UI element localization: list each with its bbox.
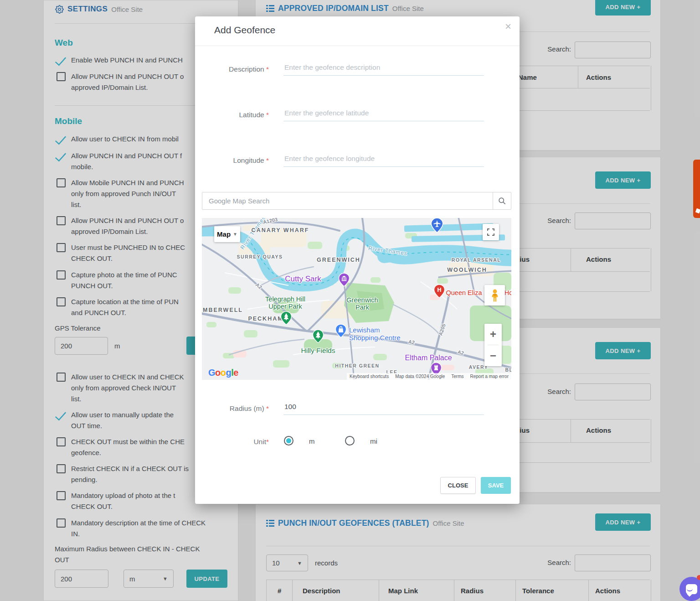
svg-text:H: H xyxy=(437,287,441,293)
map-label-district: CANARY WHARF xyxy=(252,227,309,233)
unit-radio-mi[interactable] xyxy=(345,436,355,446)
latitude-label: Latitude * xyxy=(195,111,269,119)
park-marker-icon[interactable] xyxy=(313,330,324,343)
latitude-field[interactable] xyxy=(283,109,484,121)
map-type-label: Map xyxy=(217,230,231,238)
required-asterisk: * xyxy=(266,156,269,164)
map-type-control[interactable]: Map ▼ xyxy=(214,226,240,242)
map-attribution: Keyboard shortcuts Map data ©2024 Google… xyxy=(347,373,511,380)
unit-option-m-label: m xyxy=(309,437,315,445)
longitude-field[interactable] xyxy=(283,155,484,167)
map-label-road: A2 xyxy=(408,339,415,346)
report-map-error-link[interactable]: Report a map error xyxy=(470,374,509,379)
map-label-district: GREENWICH xyxy=(317,257,360,263)
description-field[interactable] xyxy=(283,63,484,76)
google-logo: Google xyxy=(208,368,238,378)
park-marker-icon[interactable] xyxy=(281,311,292,325)
close-button[interactable]: CLOSE xyxy=(440,477,476,494)
pegman-control[interactable] xyxy=(484,285,505,306)
map-label-park[interactable]: Hilly Fields xyxy=(301,347,335,355)
add-geofence-modal: Add Geofence × Description * Latitude * … xyxy=(195,16,520,504)
terms-link[interactable]: Terms xyxy=(451,374,463,379)
museum-marker-icon[interactable] xyxy=(339,273,350,286)
map-label-poi[interactable]: Ho xyxy=(504,289,511,296)
keyboard-shortcuts-link[interactable]: Keyboard shortcuts xyxy=(350,374,389,379)
required-asterisk: * xyxy=(266,404,269,412)
map-label-district: BL xyxy=(505,367,512,373)
map-label-park[interactable]: Greenwich Park xyxy=(346,296,378,311)
zoom-in-button[interactable]: + xyxy=(484,324,502,345)
chevron-down-icon: ▼ xyxy=(233,232,237,237)
google-map[interactable]: A1203 River Thames CANARY WHARF SURREY Q… xyxy=(202,218,511,380)
divider xyxy=(195,46,520,46)
map-label-poi[interactable]: Lewisham Shopping Centre xyxy=(349,326,401,342)
required-asterisk: * xyxy=(266,65,269,73)
pegman-icon xyxy=(489,289,501,302)
fullscreen-icon xyxy=(487,228,494,236)
chat-notification-badge xyxy=(697,575,700,580)
map-data-text: Map data ©2024 Google xyxy=(395,374,445,379)
required-asterisk: * xyxy=(266,438,269,446)
map-label-poi[interactable]: Queen Eliza xyxy=(446,289,482,296)
unit-option-mi-label: mi xyxy=(370,437,377,445)
fullscreen-button[interactable] xyxy=(483,224,499,240)
shopping-marker-icon[interactable] xyxy=(335,324,346,337)
chat-widget-button[interactable] xyxy=(679,577,700,601)
map-search-button[interactable] xyxy=(493,192,511,209)
app-page: SETTINGS Office Site Web Enable Web PUNC… xyxy=(0,0,700,601)
description-label: Description * xyxy=(195,65,269,73)
unit-radio-m[interactable] xyxy=(284,436,293,446)
google-map-search-input[interactable] xyxy=(202,192,493,209)
map-label-district: ROYAL ARSENAL xyxy=(452,257,501,263)
map-label-poi[interactable]: Cutty Sark xyxy=(285,275,321,284)
side-tab-icon xyxy=(695,208,700,214)
search-icon xyxy=(498,197,506,205)
hospital-marker-icon[interactable]: H xyxy=(434,285,445,298)
map-label-park[interactable]: Telegraph Hill Upper Park xyxy=(265,295,305,310)
map-label-district: WOOLWICH xyxy=(447,267,487,273)
radius-field[interactable] xyxy=(283,403,484,415)
feedback-side-tab[interactable] xyxy=(693,160,700,218)
map-label-district: MBERWELL xyxy=(203,307,243,313)
unit-label: Unit* xyxy=(195,438,269,446)
modal-title: Add Geofence xyxy=(214,25,275,36)
map-label-district: SURREY QUAYS xyxy=(237,254,283,259)
required-asterisk: * xyxy=(266,111,269,119)
map-label-district: PECKHAM xyxy=(248,316,283,322)
save-button[interactable]: SAVE xyxy=(481,477,511,494)
map-label-poi[interactable]: Eltham Palace xyxy=(405,354,452,362)
longitude-label: Longitude * xyxy=(195,156,269,165)
airport-marker-icon[interactable] xyxy=(431,218,443,233)
map-label-district: HITHER GREEN xyxy=(335,363,379,368)
zoom-control: + − xyxy=(484,324,502,366)
radius-label: Radius (m) * xyxy=(195,404,269,413)
close-icon[interactable]: × xyxy=(505,21,511,32)
zoom-out-button[interactable]: − xyxy=(484,345,502,366)
google-map-search-box xyxy=(202,192,511,210)
